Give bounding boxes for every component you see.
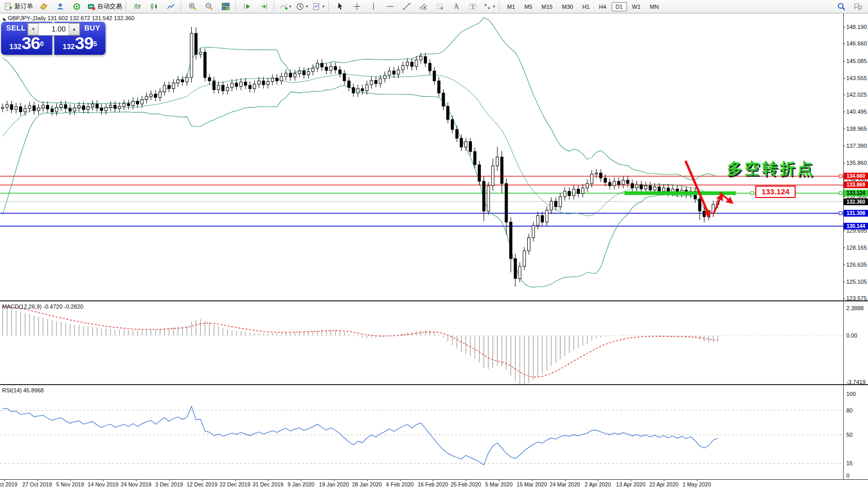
new-order-button[interactable]: 新订单 [3,1,35,13]
sell-label: SELL [6,24,26,32]
chart-candles-button[interactable] [146,1,162,13]
arrows-button[interactable]: ▾ [481,1,497,13]
timeframe-h1-button[interactable]: H1 [578,2,593,11]
turning-point-annotation[interactable]: 多空转折点 [727,158,815,179]
bollinger-lower-band[interactable] [3,85,718,287]
rsi-axis-label: 50 [846,432,852,438]
support-bar-annotation[interactable] [625,191,736,195]
main-chart-panel[interactable]: ◣GBPJPY-,Daily 131.602 132.672 131.542 1… [0,13,868,300]
line-endpoint-marker[interactable] [839,192,842,195]
bollinger-upper-band[interactable] [3,18,718,179]
timeframe-m1-button[interactable]: M1 [503,2,519,11]
hline-button[interactable] [382,1,398,13]
channel-button[interactable]: E [415,1,431,13]
vline-button[interactable] [366,1,381,13]
line-endpoint-marker[interactable] [839,212,842,215]
timeframe-m15-button[interactable]: M15 [538,2,557,11]
volume-value: 1.00 [39,23,69,35]
volume-decrease-button[interactable]: ▼ [28,23,39,35]
zoom-in-button[interactable] [185,1,200,13]
toolbar-separator [499,2,501,11]
price-axis-label: 138.965 [846,126,867,132]
timeframe-m5-button[interactable]: M5 [520,2,536,11]
date-axis-label: 27 Oct 2019 [22,481,52,487]
timeframe-m30-button[interactable]: M30 [558,2,577,11]
date-axis: 7 Oct 201927 Oct 20195 Nov 201914 Nov 20… [0,479,868,488]
date-axis-label: 15 Mar 2020 [516,481,547,487]
svg-text:E: E [424,7,426,10]
buy-label: BUY [84,24,100,32]
indicators-button[interactable]: ▾ [278,1,293,13]
chart-bars-button[interactable] [130,1,145,13]
search-button[interactable] [833,1,849,13]
price-badge-131.308: 131.308 [844,210,868,217]
price-axis-label: 128.165 [846,245,867,251]
autotrade-button[interactable]: 自动交易 [85,1,124,13]
date-axis-label: 3 Dec 2019 [155,481,183,487]
symbol-overlay: ◣GBPJPY-,Daily 131.602 132.672 131.542 1… [3,15,134,21]
crosshair-button[interactable] [349,1,364,13]
volume-increase-button[interactable]: ▲ [69,23,80,35]
autotrade-icon [87,2,96,11]
date-axis-label: 5 Mar 2020 [485,481,512,487]
timeframe-w1-button[interactable]: W1 [628,2,645,11]
contacts-icon [56,2,65,11]
toolbar-separator [180,2,182,11]
date-axis-label: 16 Feb 2020 [418,481,448,487]
crosshair-icon [353,2,361,11]
periods-button[interactable]: ▾ [294,1,310,13]
trend-arrow-annotation[interactable] [686,161,709,216]
toolbar-separator [235,2,237,11]
macd-axis-label: 2.3888 [846,305,864,311]
vline-icon [369,2,378,11]
price-axis-label: 140.495 [846,109,867,115]
macd-panel[interactable]: MACD(12,26,9) -0.4720 -0.2820 2.38880.00… [0,300,868,384]
fibonacci-icon: F [435,2,444,11]
label-button[interactable]: T [465,1,480,13]
date-axis-label: 22 Dec 2019 [220,481,251,487]
timeframe-mn-button[interactable]: MN [646,2,663,11]
auto-scroll-button[interactable] [239,1,255,13]
arrows-icon [483,2,492,11]
tile-windows-button[interactable] [218,1,233,13]
cursor-button[interactable] [332,1,348,13]
zoom-out-button[interactable] [201,1,217,13]
price-axis-label: 125.105 [846,279,867,285]
price-axis-label: 146.660 [846,40,867,47]
price-box-annotation[interactable]: 133.124 [755,186,796,198]
volume-input[interactable]: ▼ 1.00 ▲ [27,23,80,36]
cursor-icon [336,2,345,11]
line-endpoint-marker[interactable] [751,192,754,195]
channel-icon: E [419,2,428,11]
date-axis-label: 7 Oct 2019 [0,481,18,487]
toolbar-separator [126,2,128,11]
signals-button[interactable] [69,1,84,13]
candlestick-chart [0,13,843,300]
toolbar-separator [273,2,276,11]
templates-button[interactable]: ▾ [311,1,326,13]
price-axis-line [843,13,844,479]
chart-shift-button[interactable] [256,1,271,13]
tile-windows-icon [221,2,230,11]
bollinger-middle-band[interactable] [3,74,718,216]
timeframe-d1-button[interactable]: D1 [612,2,627,11]
chevron-down-icon: ▾ [322,4,324,9]
text-button[interactable]: A [448,1,464,13]
price-axis-label: 126.635 [846,262,867,268]
editor-icon [39,2,48,11]
price-axis-label: 137.390 [846,143,867,149]
chat-button[interactable] [850,1,865,13]
candles-layer[interactable] [2,27,719,287]
chart-line-button[interactable] [163,1,178,13]
timeframe-h4-button[interactable]: H4 [595,2,610,11]
templates-icon [312,2,321,11]
auto-scroll-icon [243,2,252,11]
contacts-button[interactable] [52,1,68,13]
editor-button[interactable] [36,1,51,13]
line-endpoint-marker[interactable] [839,175,842,178]
new-order-icon [4,2,13,11]
fibonacci-button[interactable]: F [432,1,447,13]
rsi-panel[interactable]: RSI(14) 45.8968 1008050150 [0,384,868,479]
trendline-button[interactable] [399,1,414,13]
sell-price: 132360 [1,33,52,53]
